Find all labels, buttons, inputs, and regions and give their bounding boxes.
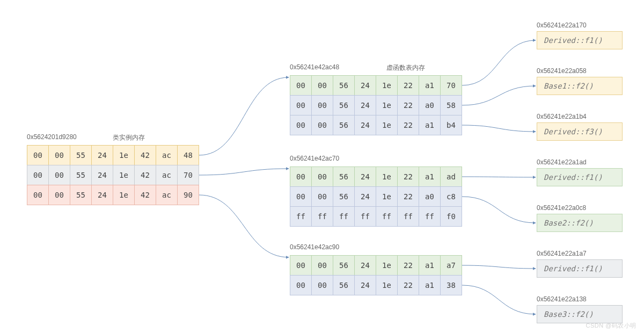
byte-cell: ff xyxy=(290,206,312,227)
byte-cell: a1 xyxy=(419,75,441,96)
byte-cell: 00 xyxy=(290,95,312,115)
byte-cell: 90 xyxy=(177,185,199,205)
byte-cell: 48 xyxy=(177,145,199,165)
vtable-2-row-0: 000056241e22a1a7 xyxy=(290,255,462,276)
byte-cell: a7 xyxy=(440,255,462,276)
byte-cell: 00 xyxy=(290,275,312,295)
byte-cell: 00 xyxy=(311,275,333,295)
func-box-3: Derived::f1() xyxy=(537,168,623,186)
byte-cell: 00 xyxy=(311,255,333,276)
instance-address: 0x5624201d9280 xyxy=(27,133,77,141)
byte-cell: 00 xyxy=(290,115,312,135)
byte-cell: 55 xyxy=(70,165,92,185)
byte-cell: ac xyxy=(156,185,178,205)
vtable-1-row-1: 000056241e22a0c8 xyxy=(290,186,462,207)
byte-cell: ff xyxy=(376,206,398,227)
func-box-2-address: 0x56241e22a1b4 xyxy=(537,113,587,120)
byte-cell: 22 xyxy=(397,255,419,276)
byte-cell: 56 xyxy=(333,275,355,295)
instance-row-1: 000055241e42ac70 xyxy=(27,165,199,185)
func-box-6-address: 0x56241e22a138 xyxy=(537,295,587,303)
vtable-0-label: 虚函数表内存 xyxy=(386,63,425,73)
byte-cell: 22 xyxy=(397,275,419,295)
byte-cell: 70 xyxy=(440,75,462,96)
byte-cell: 70 xyxy=(177,165,199,185)
byte-cell: 24 xyxy=(354,186,376,207)
byte-cell: 1e xyxy=(376,166,398,187)
byte-cell: ad xyxy=(440,166,462,187)
byte-cell: 1e xyxy=(113,165,135,185)
byte-cell: 24 xyxy=(91,145,113,165)
func-box-1-address: 0x56241e22a058 xyxy=(537,67,587,75)
byte-cell: a1 xyxy=(419,275,441,295)
byte-cell: 1e xyxy=(376,75,398,96)
byte-cell: 22 xyxy=(397,115,419,135)
byte-cell: ac xyxy=(156,165,178,185)
byte-cell: a0 xyxy=(419,95,441,115)
byte-cell: 58 xyxy=(440,95,462,115)
byte-cell: 00 xyxy=(311,166,333,187)
byte-cell: ff xyxy=(354,206,376,227)
byte-cell: a1 xyxy=(419,115,441,135)
byte-cell: 24 xyxy=(354,166,376,187)
byte-cell: b4 xyxy=(440,115,462,135)
byte-cell: a1 xyxy=(419,166,441,187)
func-box-0: Derived::f1() xyxy=(537,31,623,49)
byte-cell: 00 xyxy=(48,165,70,185)
byte-cell: 56 xyxy=(333,166,355,187)
byte-cell: 1e xyxy=(376,95,398,115)
byte-cell: 1e xyxy=(113,185,135,205)
byte-cell: 56 xyxy=(333,186,355,207)
byte-cell: ff xyxy=(419,206,441,227)
byte-cell: 00 xyxy=(311,95,333,115)
byte-cell: 1e xyxy=(376,275,398,295)
byte-cell: 56 xyxy=(333,75,355,96)
vtable-0-row-1: 000056241e22a058 xyxy=(290,95,462,115)
byte-cell: 24 xyxy=(354,75,376,96)
byte-cell: 24 xyxy=(91,185,113,205)
byte-cell: 00 xyxy=(311,115,333,135)
vtable-0-row-0: 000056241e22a170 xyxy=(290,75,462,96)
func-box-5-address: 0x56241e22a1a7 xyxy=(537,250,587,257)
byte-cell: 24 xyxy=(354,255,376,276)
func-box-3-address: 0x56241e22a1ad xyxy=(537,158,587,166)
byte-cell: 38 xyxy=(440,275,462,295)
byte-cell: a1 xyxy=(419,255,441,276)
byte-cell: 22 xyxy=(397,186,419,207)
byte-cell: 24 xyxy=(354,95,376,115)
byte-cell: 42 xyxy=(134,145,156,165)
vtable-0-address: 0x56241e42ac48 xyxy=(290,63,339,71)
byte-cell: 55 xyxy=(70,185,92,205)
byte-cell: 22 xyxy=(397,75,419,96)
func-box-1: Base1::f2() xyxy=(537,77,623,95)
byte-cell: 00 xyxy=(27,145,49,165)
instance-label: 类实例内存 xyxy=(113,133,145,142)
byte-cell: 24 xyxy=(91,165,113,185)
vtable-2-address: 0x56241e42ac90 xyxy=(290,243,339,251)
byte-cell: 22 xyxy=(397,166,419,187)
byte-cell: c8 xyxy=(440,186,462,207)
instance-row-2: 000055241e42ac90 xyxy=(27,185,199,205)
vtable-1-row-0: 000056241e22a1ad xyxy=(290,166,462,187)
vtable-0-row-2: 000056241e22a1b4 xyxy=(290,115,462,135)
func-box-2: Derived::f3() xyxy=(537,122,623,141)
byte-cell: 00 xyxy=(290,255,312,276)
func-box-4: Base2::f2() xyxy=(537,214,623,232)
vtable-1-row-2: fffffffffffffff0 xyxy=(290,206,462,227)
byte-cell: 56 xyxy=(333,255,355,276)
byte-cell: f0 xyxy=(440,206,462,227)
byte-cell: a0 xyxy=(419,186,441,207)
byte-cell: 00 xyxy=(27,165,49,185)
byte-cell: 56 xyxy=(333,95,355,115)
byte-cell: 1e xyxy=(376,186,398,207)
byte-cell: 22 xyxy=(397,95,419,115)
byte-cell: 00 xyxy=(290,75,312,96)
byte-cell: 1e xyxy=(376,115,398,135)
byte-cell: 00 xyxy=(290,186,312,207)
byte-cell: 24 xyxy=(354,115,376,135)
byte-cell: 00 xyxy=(48,145,70,165)
byte-cell: 55 xyxy=(70,145,92,165)
vtable-2-row-1: 000056241e22a138 xyxy=(290,275,462,295)
byte-cell: ff xyxy=(333,206,355,227)
byte-cell: 42 xyxy=(134,165,156,185)
